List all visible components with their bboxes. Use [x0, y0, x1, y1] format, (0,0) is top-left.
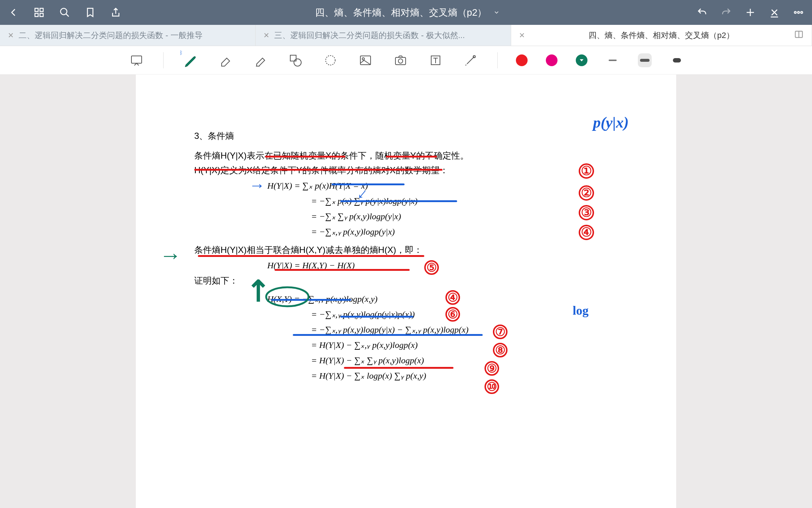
step-marker-9: ⑨	[484, 360, 499, 377]
equation-11: = H(Y|X) − ∑ₓ logp(x) ∑ᵧ p(x,y)	[194, 369, 647, 382]
svg-point-14	[362, 58, 364, 60]
svg-point-4	[61, 8, 67, 15]
section-title: 3、条件熵	[194, 129, 647, 143]
step-marker-10: ⑩	[484, 378, 499, 395]
header-right-group	[696, 6, 805, 19]
red-underline	[265, 156, 345, 158]
blue-underline	[340, 316, 413, 318]
handwritten-note-log: log	[573, 301, 589, 320]
svg-point-12	[326, 56, 335, 65]
tab-1[interactable]: × 二、逻辑回归解决二分类问题的损失函数 - 一般推导	[0, 25, 256, 46]
bluetooth-icon: ᛒ	[180, 50, 183, 56]
eraser-tool-icon[interactable]	[217, 52, 234, 69]
svg-rect-2	[35, 14, 38, 17]
grid-icon[interactable]	[33, 6, 45, 19]
header-left-group	[7, 6, 122, 19]
red-underline	[275, 269, 410, 271]
svg-rect-9	[131, 56, 142, 63]
search-icon[interactable]	[58, 6, 71, 19]
svg-point-19	[266, 287, 309, 306]
step-marker-4: ④	[579, 223, 594, 242]
step-marker-2: ②	[579, 183, 594, 202]
handwritten-note-pyx: p(y|x)	[593, 111, 629, 134]
add-icon[interactable]	[744, 6, 757, 19]
equation-10: = H(Y|X) − ∑ₓ ∑ᵧ p(x,y)logp(x)	[194, 354, 647, 367]
svg-point-5	[794, 12, 796, 14]
document-page[interactable]: 3、条件熵 条件熵H(Y|X)表示在已知随机变量X的条件下，随机变量Y的不确定性…	[136, 75, 676, 508]
drawing-toolbar: ᛒ	[0, 46, 812, 75]
presentation-tool-icon[interactable]	[128, 52, 145, 69]
toolbar-divider	[497, 52, 498, 68]
stroke-medium[interactable]	[638, 53, 652, 67]
step-marker-3: ③	[579, 203, 594, 222]
tab-label: 二、逻辑回归解决二分类问题的损失函数 - 一般推导	[19, 30, 203, 41]
toolbar-divider	[163, 52, 164, 68]
camera-tool-icon[interactable]	[392, 52, 409, 69]
tab-label: 四、熵、条件熵、相对熵、交叉熵（p2）	[589, 30, 734, 41]
svg-rect-3	[40, 14, 43, 17]
red-underline	[386, 156, 437, 158]
svg-rect-0	[35, 8, 38, 12]
color-picker-teal[interactable]	[576, 54, 587, 66]
body-line-3: 条件熵H(Y|X)相当于联合熵H(X,Y)减去单独的熵H(X)，即：	[194, 243, 647, 257]
close-icon[interactable]: ×	[264, 30, 269, 41]
step-marker-7: ⑦	[493, 323, 508, 341]
color-red[interactable]	[516, 54, 528, 66]
svg-point-16	[398, 59, 403, 63]
tab-3[interactable]: × 四、熵、条件熵、相对熵、交叉熵（p2）	[511, 25, 812, 46]
equation-9: = H(Y|X) − ∑ₓ,ᵧ p(x,y)logp(x)	[194, 338, 647, 352]
svg-point-7	[801, 12, 803, 14]
split-view-icon[interactable]	[794, 30, 804, 41]
color-pink[interactable]	[546, 54, 558, 66]
step-marker-1: ①	[579, 162, 594, 180]
tab-bar: × 二、逻辑回归解决二分类问题的损失函数 - 一般推导 × 三、逻辑回归解决二分…	[0, 25, 812, 46]
app-header: 四、熵、条件熵、相对熵、交叉熵（p2）	[0, 0, 812, 25]
svg-point-6	[798, 12, 800, 14]
laser-tool-icon[interactable]	[462, 52, 479, 69]
more-icon[interactable]	[792, 6, 805, 19]
redo-icon[interactable]	[720, 6, 732, 19]
blue-underline	[293, 334, 483, 336]
tab-2[interactable]: × 三、逻辑回归解决二分类问题的损失函数 - 极大似然...	[256, 25, 511, 46]
stroke-thick[interactable]	[670, 53, 684, 67]
step-marker-8: ⑧	[493, 341, 508, 359]
green-circle-annotation	[264, 286, 311, 308]
green-arrow-annotation: →	[160, 239, 181, 272]
red-underline	[194, 169, 245, 171]
red-underline	[245, 169, 443, 171]
text-tool-icon[interactable]	[427, 52, 444, 69]
equation-5: H(Y|X) = H(X,Y) − H(X)	[194, 259, 647, 272]
chevron-down-icon[interactable]	[490, 6, 503, 19]
shape-tool-icon[interactable]	[287, 52, 304, 69]
stroke-thin[interactable]	[606, 53, 620, 67]
image-tool-icon[interactable]	[357, 52, 374, 69]
highlighter-tool-icon[interactable]	[252, 52, 269, 69]
back-icon[interactable]	[7, 6, 20, 19]
step-marker-4b: ④	[445, 289, 460, 306]
undo-icon[interactable]	[696, 6, 708, 19]
pen-tool-icon[interactable]: ᛒ	[182, 52, 199, 69]
bookmark-icon[interactable]	[84, 6, 96, 19]
red-underline	[344, 367, 453, 369]
step-marker-6: ⑥	[445, 306, 460, 323]
canvas-area[interactable]: 3、条件熵 条件熵H(Y|X)表示在已知随机变量X的条件下，随机变量Y的不确定性…	[0, 75, 812, 508]
close-draw-icon[interactable]	[768, 6, 781, 19]
header-title-group[interactable]: 四、熵、条件熵、相对熵、交叉熵（p2）	[122, 6, 696, 19]
close-icon[interactable]: ×	[519, 30, 525, 41]
step-marker-5: ⑤	[424, 259, 439, 276]
tab-label: 三、逻辑回归解决二分类问题的损失函数 - 极大似然...	[274, 30, 465, 41]
close-icon[interactable]: ×	[8, 30, 14, 41]
blue-underline	[332, 183, 405, 185]
share-icon[interactable]	[110, 6, 122, 19]
svg-point-11	[294, 59, 301, 66]
page-title: 四、熵、条件熵、相对熵、交叉熵（p2）	[315, 6, 487, 19]
blue-arrow-annotation: →	[249, 173, 265, 197]
svg-rect-1	[40, 8, 43, 12]
red-underline	[198, 255, 424, 257]
lasso-tool-icon[interactable]	[322, 52, 339, 69]
